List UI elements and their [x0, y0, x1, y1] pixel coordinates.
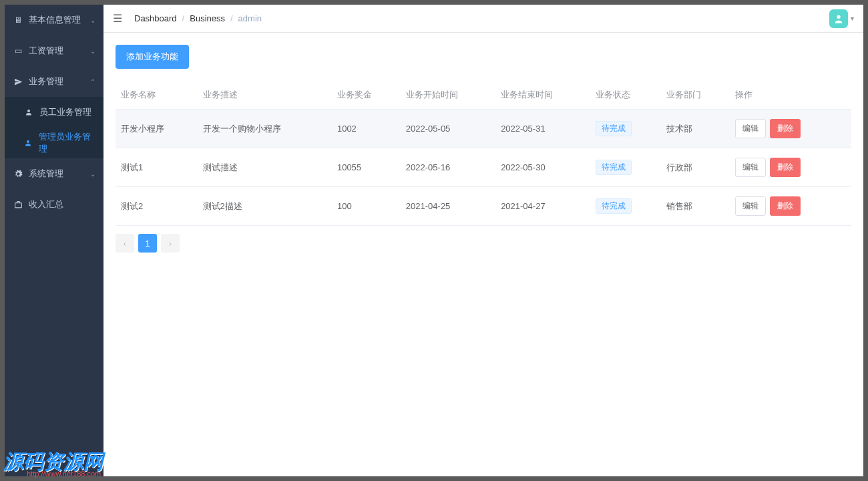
page-next-button[interactable]: › [161, 234, 180, 253]
sidebar-item-income[interactable]: 收入汇总 [5, 189, 103, 220]
cell-start: 2022-05-16 [401, 148, 495, 187]
send-icon [13, 77, 23, 86]
gear-icon [13, 170, 23, 178]
edit-button[interactable]: 编辑 [735, 196, 766, 216]
status-badge: 待完成 [596, 160, 632, 175]
svg-rect-2 [15, 202, 21, 207]
cell-actions: 编辑删除 [730, 148, 851, 187]
sidebar-item-label: 管理员业务管理 [39, 131, 95, 155]
edit-button[interactable]: 编辑 [735, 119, 766, 138]
chevron-down-icon: ⌄ [90, 47, 95, 55]
cell-end: 2021-04-27 [495, 187, 590, 226]
monitor-icon: 🖥 [13, 15, 23, 25]
breadcrumb-separator: / [230, 13, 233, 23]
sidebar-item-system[interactable]: 系统管理 ⌄ [5, 158, 103, 189]
user-menu[interactable]: ▾ [829, 9, 854, 28]
cell-dept: 技术部 [661, 110, 730, 148]
sidebar-item-salary[interactable]: ▭ 工资管理 ⌄ [5, 35, 103, 66]
sidebar-item-basic-info[interactable]: 🖥 基本信息管理 ⌄ [5, 5, 103, 35]
col-end: 业务结束时间 [495, 81, 590, 110]
user-filled-icon [23, 139, 33, 147]
user-icon [23, 108, 34, 116]
table-row: 测试1测试描述100552022-05-162022-05-30待完成行政部编辑… [116, 148, 851, 187]
page-prev-button[interactable]: ‹ [116, 234, 134, 253]
topbar: ☰ Dashboard / Business / admin ▾ [103, 5, 863, 33]
id-card-icon: ▭ [13, 46, 23, 55]
breadcrumb-separator: / [182, 13, 185, 23]
col-dept: 业务部门 [661, 81, 730, 110]
sidebar-item-admin-business[interactable]: 管理员业务管理 [5, 128, 103, 158]
main-area: ☰ Dashboard / Business / admin ▾ 添加业务功能 [103, 5, 863, 476]
hamburger-icon[interactable]: ☰ [113, 12, 122, 25]
cell-bonus: 1002 [332, 110, 401, 148]
cell-status: 待完成 [590, 110, 661, 148]
add-business-button[interactable]: 添加业务功能 [116, 45, 189, 69]
chevron-down-icon: ⌄ [90, 170, 95, 178]
breadcrumb-item[interactable]: Business [190, 13, 225, 23]
cell-desc: 测试2描述 [198, 187, 332, 226]
cell-desc: 开发一个购物小程序 [198, 110, 332, 148]
chevron-down-icon: ⌄ [90, 17, 95, 24]
cell-dept: 销售部 [661, 187, 730, 226]
sidebar-submenu-business: 员工业务管理 管理员业务管理 [5, 97, 103, 158]
table-row: 开发小程序开发一个购物小程序10022022-05-052022-05-31待完… [116, 110, 851, 148]
status-badge: 待完成 [596, 198, 632, 214]
col-name: 业务名称 [116, 81, 198, 110]
cell-end: 2022-05-31 [495, 110, 590, 148]
cell-actions: 编辑删除 [730, 110, 851, 148]
caret-down-icon: ▾ [851, 15, 854, 22]
sidebar-item-label: 收入汇总 [29, 198, 63, 210]
svg-point-3 [837, 15, 840, 18]
cell-start: 2022-05-05 [401, 110, 495, 148]
sidebar-item-label: 系统管理 [29, 168, 63, 180]
col-actions: 操作 [730, 81, 851, 110]
page-number-button[interactable]: 1 [138, 234, 157, 253]
cell-name: 测试2 [116, 187, 198, 226]
cell-dept: 行政部 [661, 148, 730, 187]
edit-button[interactable]: 编辑 [735, 158, 766, 177]
delete-button[interactable]: 删除 [770, 119, 801, 138]
cell-name: 测试1 [116, 148, 198, 187]
sidebar-item-employee-business[interactable]: 员工业务管理 [5, 97, 103, 128]
cell-status: 待完成 [590, 187, 661, 226]
delete-button[interactable]: 删除 [770, 158, 801, 177]
col-desc: 业务描述 [198, 81, 332, 110]
cell-start: 2021-04-25 [401, 187, 495, 226]
sidebar-item-label: 员工业务管理 [39, 106, 91, 118]
col-bonus: 业务奖金 [332, 81, 401, 110]
delete-button[interactable]: 删除 [770, 196, 801, 216]
sidebar: 🖥 基本信息管理 ⌄ ▭ 工资管理 ⌄ 业务管理 ⌃ 员工业务管理 [5, 5, 103, 476]
status-badge: 待完成 [596, 121, 632, 136]
cell-status: 待完成 [590, 148, 661, 187]
avatar [829, 9, 848, 28]
table-body: 开发小程序开发一个购物小程序10022022-05-052022-05-31待完… [116, 110, 851, 226]
cell-desc: 测试描述 [198, 148, 332, 187]
cell-bonus: 100 [332, 187, 401, 226]
col-start: 业务开始时间 [401, 81, 495, 110]
pagination: ‹ 1 › [116, 234, 851, 253]
briefcase-icon [13, 200, 23, 209]
svg-point-0 [27, 110, 30, 112]
chevron-up-icon: ⌃ [90, 78, 95, 86]
breadcrumb-item[interactable]: Dashboard [134, 13, 177, 23]
app-root: 🖥 基本信息管理 ⌄ ▭ 工资管理 ⌄ 业务管理 ⌃ 员工业务管理 [5, 5, 863, 476]
cell-bonus: 10055 [332, 148, 401, 187]
sidebar-item-business[interactable]: 业务管理 ⌃ [5, 66, 103, 97]
sidebar-item-label: 业务管理 [29, 75, 63, 88]
cell-actions: 编辑删除 [730, 187, 851, 226]
content-area: 添加业务功能 业务名称 业务描述 业务奖金 业务开始时间 业务结束时间 业务状态… [103, 33, 863, 476]
sidebar-item-label: 工资管理 [29, 45, 63, 57]
cell-name: 开发小程序 [116, 110, 198, 148]
cell-end: 2022-05-30 [495, 148, 590, 187]
svg-point-1 [27, 140, 29, 143]
breadcrumb-item-current: admin [238, 13, 262, 23]
breadcrumb: Dashboard / Business / admin [134, 13, 262, 23]
table-row: 测试2测试2描述1002021-04-252021-04-27待完成销售部编辑删… [116, 187, 851, 226]
col-status: 业务状态 [590, 81, 661, 110]
business-table: 业务名称 业务描述 业务奖金 业务开始时间 业务结束时间 业务状态 业务部门 操… [116, 81, 851, 226]
sidebar-item-label: 基本信息管理 [29, 14, 81, 26]
